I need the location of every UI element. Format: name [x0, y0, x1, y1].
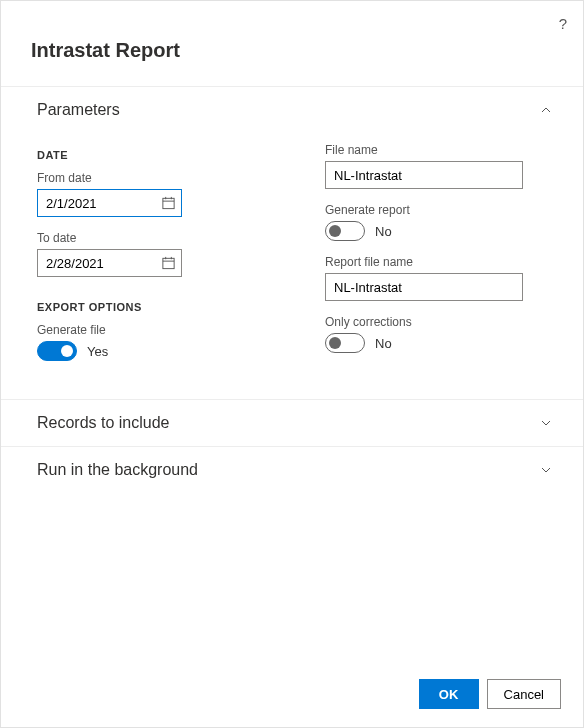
report-file-name-label: Report file name — [325, 255, 553, 269]
only-corrections-toggle[interactable] — [325, 333, 365, 353]
generate-file-state: Yes — [87, 344, 108, 359]
export-heading: EXPORT OPTIONS — [37, 301, 265, 313]
only-corrections-state: No — [375, 336, 392, 351]
chevron-down-icon — [539, 416, 553, 430]
generate-report-label: Generate report — [325, 203, 553, 217]
date-heading: DATE — [37, 149, 265, 161]
from-date-input[interactable] — [37, 189, 182, 217]
to-date-input[interactable] — [37, 249, 182, 277]
file-name-label: File name — [325, 143, 553, 157]
chevron-down-icon — [539, 463, 553, 477]
file-name-input[interactable] — [325, 161, 523, 189]
cancel-button[interactable]: Cancel — [487, 679, 561, 709]
section-title-records: Records to include — [37, 414, 170, 432]
parameters-body: DATE From date To date EXPORT OPTIONS Ge… — [1, 133, 583, 399]
section-header-background[interactable]: Run in the background — [1, 446, 583, 493]
page-title: Intrastat Report — [1, 1, 583, 86]
section-title-background: Run in the background — [37, 461, 198, 479]
chevron-up-icon — [539, 103, 553, 117]
section-header-records[interactable]: Records to include — [1, 399, 583, 446]
generate-report-state: No — [375, 224, 392, 239]
generate-file-toggle[interactable] — [37, 341, 77, 361]
to-date-label: To date — [37, 231, 265, 245]
generate-report-toggle[interactable] — [325, 221, 365, 241]
report-file-name-input[interactable] — [325, 273, 523, 301]
only-corrections-label: Only corrections — [325, 315, 553, 329]
from-date-label: From date — [37, 171, 265, 185]
help-button[interactable]: ? — [559, 15, 567, 32]
generate-file-label: Generate file — [37, 323, 265, 337]
ok-button[interactable]: OK — [419, 679, 479, 709]
section-header-parameters[interactable]: Parameters — [1, 86, 583, 133]
section-title-parameters: Parameters — [37, 101, 120, 119]
